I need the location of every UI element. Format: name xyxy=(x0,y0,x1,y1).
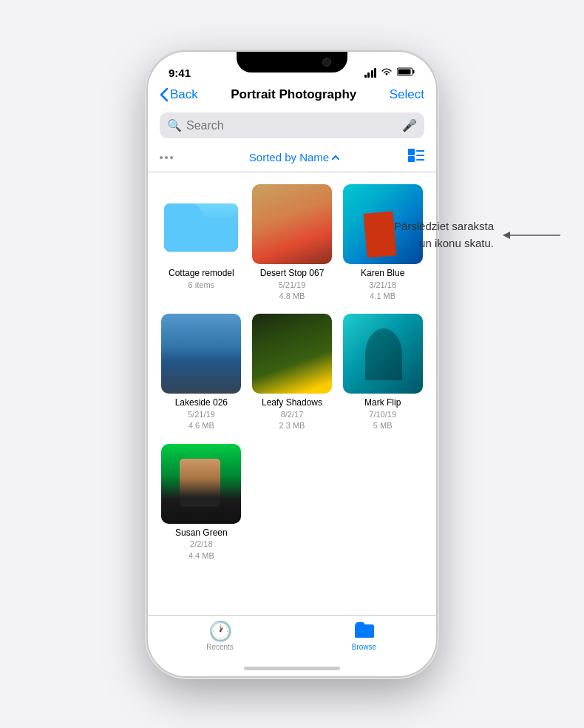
item-meta: 7/10/195 MB xyxy=(369,409,396,432)
svg-marker-13 xyxy=(503,232,510,239)
list-item[interactable]: Cottage remodel 6 items xyxy=(160,184,243,302)
back-button[interactable]: Back xyxy=(160,87,198,102)
annotation-arrow xyxy=(503,228,562,243)
sort-button[interactable]: Sorted by Name xyxy=(249,151,339,164)
folder-thumb xyxy=(161,184,241,264)
home-indicator xyxy=(244,667,340,670)
item-name: Susan Green xyxy=(175,528,228,539)
status-time: 9:41 xyxy=(169,67,191,79)
select-button[interactable]: Select xyxy=(390,87,424,102)
tab-browse-label: Browse xyxy=(352,643,376,651)
annotation: Pārslēdziet saraksta un ikonu skatu. xyxy=(394,218,562,252)
view-toggle-button[interactable] xyxy=(408,149,424,166)
mic-icon[interactable]: 🎤 xyxy=(402,118,417,132)
item-name: Lakeside 026 xyxy=(175,397,228,409)
list-item[interactable]: Mark Flip 7/10/195 MB xyxy=(341,314,424,431)
item-meta: 5/21/194.6 MB xyxy=(188,409,215,432)
svg-rect-4 xyxy=(408,156,415,162)
signal-icon xyxy=(364,68,377,78)
item-name: Mark Flip xyxy=(364,397,401,409)
item-name: Leafy Shadows xyxy=(262,397,322,409)
phone-frame: 9:41 xyxy=(148,52,436,676)
search-icon: 🔍 xyxy=(167,118,182,132)
notch xyxy=(237,52,347,73)
list-item[interactable]: Desert Stop 067 5/21/194.8 MB xyxy=(251,184,334,302)
photo-thumb xyxy=(252,184,332,264)
recents-icon: 🕐 xyxy=(208,621,232,641)
nav-bar: Back Portrait Photography Select xyxy=(148,84,436,108)
grid-content: Cottage remodel 6 items Desert Stop 067 … xyxy=(148,172,436,612)
camera-dot xyxy=(322,58,331,67)
chevron-up-icon xyxy=(332,153,339,162)
photo-thumb xyxy=(161,444,241,524)
tab-recents[interactable]: 🕐 Recents xyxy=(148,621,292,651)
list-item[interactable]: Susan Green 2/2/184.4 MB xyxy=(160,444,243,562)
browse-icon xyxy=(355,621,374,641)
item-name: Cottage remodel xyxy=(169,268,234,280)
svg-rect-2 xyxy=(398,70,411,75)
list-item[interactable]: Leafy Shadows 8/2/172.3 MB xyxy=(251,314,334,431)
item-name: Desert Stop 067 xyxy=(260,268,325,280)
more-button[interactable] xyxy=(160,150,180,165)
photo-thumb xyxy=(161,314,241,394)
search-input[interactable] xyxy=(186,119,398,132)
annotation-line2: un ikonu skatu. xyxy=(419,235,494,252)
item-meta: 5/21/194.8 MB xyxy=(279,280,306,303)
annotation-line1: Pārslēdziet saraksta xyxy=(394,218,494,235)
item-name: Karen Blue xyxy=(361,268,404,280)
svg-rect-1 xyxy=(413,70,415,74)
battery-icon xyxy=(397,66,415,79)
photo-thumb xyxy=(252,314,332,394)
search-bar: 🔍 🎤 xyxy=(160,112,424,138)
svg-rect-3 xyxy=(408,149,415,155)
item-meta: 3/21/184.1 MB xyxy=(369,280,396,303)
tab-recents-label: Recents xyxy=(206,643,234,651)
tab-browse[interactable]: Browse xyxy=(292,621,436,651)
photo-thumb xyxy=(343,314,423,394)
sort-bar: Sorted by Name xyxy=(148,143,436,172)
wifi-icon xyxy=(381,67,393,78)
items-grid: Cottage remodel 6 items Desert Stop 067 … xyxy=(160,184,424,562)
page-title: Portrait Photography xyxy=(231,87,356,102)
status-icons xyxy=(364,66,416,79)
item-meta: 8/2/172.3 MB xyxy=(279,409,305,432)
item-meta: 2/2/184.4 MB xyxy=(189,539,214,562)
list-item[interactable]: Lakeside 026 5/21/194.6 MB xyxy=(160,314,243,431)
item-meta: 6 items xyxy=(189,280,214,291)
